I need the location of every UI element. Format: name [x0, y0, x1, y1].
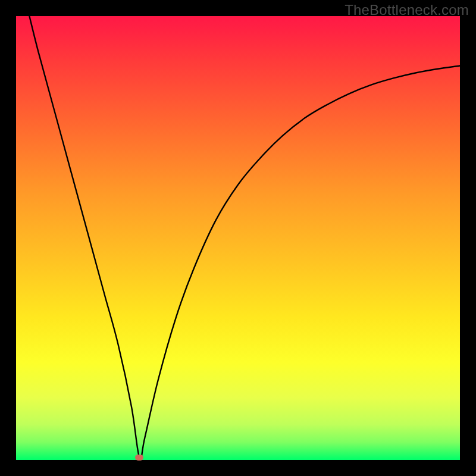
bottleneck-curve: [16, 16, 460, 460]
minimum-marker: [135, 455, 143, 461]
plot-area: [16, 16, 460, 460]
curve-path: [29, 16, 460, 459]
chart-frame: TheBottleneck.com: [0, 0, 476, 476]
